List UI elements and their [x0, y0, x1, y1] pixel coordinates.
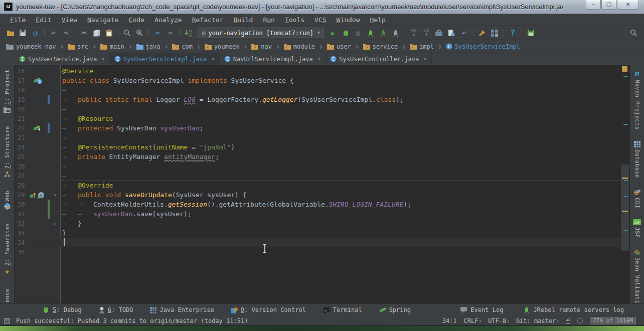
menu-item-help[interactable]: Help	[365, 15, 391, 25]
breadcrumb-sysuserserviceimpl[interactable]: CSysUserServiceImpl	[446, 43, 520, 50]
tool-window-button-9-version-control[interactable]: 9: Version Control	[231, 306, 306, 313]
line-number[interactable]: 26	[15, 163, 28, 170]
code-line-27[interactable]: 27⟶	[15, 171, 621, 181]
close-tab-icon[interactable]: ×	[101, 56, 105, 62]
maximize-button[interactable]: □	[601, 0, 616, 10]
spring-class-icon[interactable]: C	[33, 77, 43, 84]
settings-button[interactable]	[476, 27, 489, 39]
annotate-button[interactable]: 011001	[182, 27, 195, 39]
code-line-23[interactable]: 23⟶	[15, 133, 621, 142]
line-number[interactable]: 27	[15, 173, 28, 180]
stripe-mark[interactable]	[624, 180, 628, 181]
project-structure-button[interactable]	[489, 27, 501, 39]
line-number[interactable]: 32	[15, 220, 28, 227]
line-number[interactable]: 31	[15, 211, 28, 218]
breadcrumb-main[interactable]: main	[100, 43, 124, 50]
tool-window-button-web[interactable]: Web	[4, 191, 11, 210]
tool-window-button-java-enterprise[interactable]: Java Enterprise	[150, 306, 214, 313]
stripe-mark[interactable]	[623, 124, 628, 125]
vcs-commit-button[interactable]: VCS↑	[420, 27, 433, 39]
menu-item-build[interactable]: Build	[228, 15, 258, 25]
code-line-21[interactable]: 21⟶@Resource	[15, 114, 621, 123]
shelve-button[interactable]	[433, 27, 445, 39]
code-line-28[interactable]: 28⟶@Override	[15, 181, 621, 190]
tool-window-button-terminal[interactable]: >_Terminal	[323, 306, 362, 313]
tool-window-button-jrebel-remote-servers-log[interactable]: JRebel remote servers log	[523, 306, 624, 313]
fold-marker[interactable]: ▿	[51, 192, 60, 198]
code-line-34[interactable]: 34	[15, 238, 621, 247]
code-line-18[interactable]: 18⟶	[15, 85, 621, 95]
stripe-mark[interactable]	[622, 178, 628, 179]
jrebel-run-button[interactable]	[365, 27, 377, 39]
line-number[interactable]: 34	[15, 239, 28, 246]
breadcrumb-com[interactable]: com	[172, 43, 193, 50]
stripe-mark[interactable]	[623, 76, 628, 77]
tool-window-button-7-structure[interactable]: 7: Structure	[4, 126, 11, 177]
breadcrumb-youmeek[interactable]: youmeek	[205, 43, 240, 50]
code-line-35[interactable]: 35	[15, 247, 621, 257]
breadcrumb-src[interactable]: src	[68, 43, 88, 50]
readonly-lock-icon[interactable]	[566, 320, 570, 324]
code-line-16[interactable]: 16@Service	[15, 66, 621, 76]
breadcrumb-youmeek-nav[interactable]: youmeek-nav	[6, 43, 56, 50]
code-line-20[interactable]: 20⟶	[15, 104, 621, 114]
help-button[interactable]: ?	[507, 27, 519, 39]
replace-button[interactable]: A	[133, 27, 146, 39]
stripe-mark[interactable]	[624, 196, 628, 197]
tool-window-button-1-project[interactable]: 1: Project	[4, 69, 11, 113]
local-history-button[interactable]	[445, 27, 458, 39]
breadcrumb-user[interactable]: user	[327, 43, 351, 50]
cut-button[interactable]: ✂	[78, 27, 90, 39]
debug-button[interactable]	[340, 27, 352, 39]
minimize-button[interactable]: –	[586, 0, 601, 10]
tool-window-button-event-log[interactable]: Event Log	[460, 306, 503, 313]
save-all-button[interactable]	[17, 27, 29, 39]
line-number[interactable]: 17	[15, 77, 28, 84]
code-line-32[interactable]: 32▵⟶}	[15, 219, 621, 228]
stripe-mark[interactable]	[623, 230, 628, 231]
git-branch-widget[interactable]: Git: master▴▾	[516, 317, 559, 324]
tool-window-button-spring[interactable]: Spring	[379, 306, 411, 313]
tab-navurlserviceimpl-java[interactable]: CNavUrlServiceImpl.java×	[220, 53, 326, 65]
run-button[interactable]: ▶	[327, 27, 340, 39]
code-line-26[interactable]: 26⟶	[15, 161, 621, 171]
tool-window-button-bean-validation[interactable]: Bean Validation	[633, 249, 640, 311]
menu-item-window[interactable]: Window	[332, 15, 365, 25]
line-number[interactable]: 21	[15, 115, 28, 122]
menu-item-view[interactable]: View	[57, 15, 82, 25]
line-number[interactable]: 20	[15, 106, 28, 113]
line-number[interactable]: 29	[15, 192, 28, 199]
undo-button[interactable]: ↶	[47, 27, 60, 39]
spring-autowired-icon[interactable]	[33, 125, 43, 132]
find-button[interactable]	[121, 27, 133, 39]
close-tab-icon[interactable]: ×	[211, 56, 215, 62]
breadcrumb-java[interactable]: java	[136, 43, 160, 50]
stripe-mark[interactable]	[622, 211, 628, 212]
tool-window-button-jsf[interactable]: JSFJSF	[633, 219, 641, 238]
run-configuration-select[interactable]: ⚙your-navigation [tomcat7:run]▼	[198, 28, 324, 38]
line-number[interactable]: 25	[15, 153, 28, 160]
memory-indicator[interactable]: 779 of 1016M	[590, 317, 636, 324]
line-number[interactable]: 33	[15, 230, 28, 237]
line-number[interactable]: 24	[15, 144, 28, 151]
tool-window-button-2-favorites[interactable]: 2: Favorites★	[4, 223, 11, 275]
breadcrumb-module[interactable]: module	[284, 43, 315, 50]
line-separator-widget[interactable]: CRLF▴▾	[464, 317, 481, 324]
line-number[interactable]: 30	[15, 201, 28, 208]
coverage-button[interactable]: ▨	[352, 27, 365, 39]
close-button[interactable]: ×	[617, 0, 639, 10]
file-status-indicator[interactable]	[622, 66, 627, 72]
tool-window-button-6-todo[interactable]: 6: TODO	[99, 306, 133, 313]
tab-sysusercontroller-java[interactable]: CSysUserController.java×	[326, 53, 432, 65]
encoding-widget[interactable]: UTF-8▴▾	[488, 317, 509, 324]
jrebel-profile-button[interactable]	[390, 27, 402, 39]
menu-item-run[interactable]: Run	[258, 15, 279, 25]
tool-window-button-5-debug[interactable]: 5: Debug	[42, 306, 82, 313]
tool-window-button-cdi[interactable]: CDI	[634, 189, 640, 208]
code-editor[interactable]: 16@Service17Cpublic class SysUserService…	[15, 65, 629, 303]
error-stripe[interactable]	[621, 65, 629, 303]
breadcrumb-impl[interactable]: impl	[410, 43, 434, 50]
menu-item-edit[interactable]: Edit	[31, 15, 56, 25]
override-method-icon[interactable]: m	[30, 192, 46, 199]
code-line-33[interactable]: 33}	[15, 228, 621, 238]
